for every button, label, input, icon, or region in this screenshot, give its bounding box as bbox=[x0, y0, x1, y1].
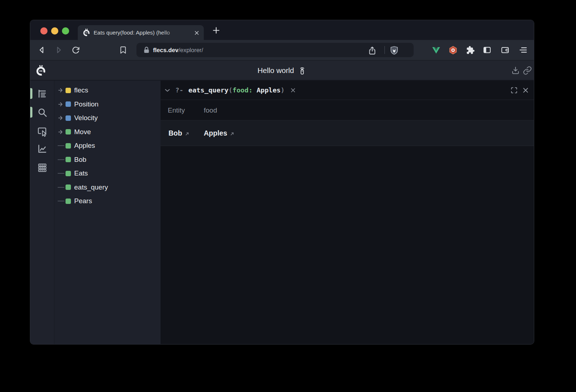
column-header-food: food bbox=[204, 100, 217, 120]
app-title-group: Hello world bbox=[30, 60, 534, 81]
tree-item-eats_query[interactable]: eats_query bbox=[54, 181, 161, 195]
expand-arrow-icon[interactable] bbox=[58, 86, 65, 95]
tab-close-icon[interactable] bbox=[192, 28, 201, 37]
icon-sidebar bbox=[30, 81, 54, 345]
tree-view-icon[interactable] bbox=[37, 88, 48, 99]
entity-color-square bbox=[66, 101, 71, 107]
active-indicator-pill bbox=[30, 107, 32, 118]
close-panel-icon[interactable] bbox=[522, 86, 530, 94]
app-header: Hello world bbox=[30, 60, 534, 80]
entity-color-square bbox=[66, 184, 71, 190]
entity-color-square bbox=[66, 115, 71, 121]
leaf-connector bbox=[58, 141, 65, 150]
lock-icon[interactable] bbox=[142, 46, 151, 54]
entity-link[interactable]: Bob bbox=[168, 120, 190, 146]
tree-item-Position[interactable]: Position bbox=[54, 97, 161, 111]
leaf-connector bbox=[58, 169, 65, 178]
active-indicator-pill bbox=[30, 88, 32, 99]
forward-button[interactable] bbox=[54, 45, 64, 55]
tree-item-Velocity[interactable]: Velocity bbox=[54, 111, 161, 125]
menu-hamburger-icon[interactable] bbox=[518, 45, 528, 55]
minimize-window-button[interactable] bbox=[51, 27, 58, 35]
tree-item-label: Bob bbox=[74, 156, 86, 164]
query-clear-icon[interactable] bbox=[289, 87, 297, 94]
tree-item-Eats[interactable]: Eats bbox=[54, 167, 161, 181]
entity-color-square bbox=[66, 143, 71, 149]
reload-button[interactable] bbox=[71, 45, 81, 55]
hexagon-extension-icon[interactable] bbox=[448, 45, 458, 55]
app-content: flecsPositionVelocityMoveApplesBobEatsea… bbox=[30, 81, 534, 345]
new-tab-button[interactable] bbox=[211, 25, 221, 36]
expand-arrow-icon[interactable] bbox=[58, 100, 65, 109]
close-window-button[interactable] bbox=[40, 27, 48, 35]
vue-devtools-extension-icon[interactable] bbox=[431, 45, 441, 55]
fullscreen-icon[interactable] bbox=[510, 86, 518, 94]
browser-tab[interactable]: Eats query(food: Apples) (hello bbox=[78, 25, 204, 40]
tree-item-label: Move bbox=[74, 128, 91, 136]
external-link-icon bbox=[185, 131, 190, 136]
search-icon[interactable] bbox=[37, 107, 48, 118]
leaf-connector bbox=[58, 155, 65, 164]
tree-item-Pears[interactable]: Pears bbox=[54, 194, 161, 208]
entity-color-square bbox=[66, 88, 71, 93]
tree-item-label: eats_query bbox=[74, 183, 108, 191]
tree-item-flecs[interactable]: flecs bbox=[54, 83, 161, 97]
browser-toolbar: flecs.dev/explorer/ bbox=[30, 40, 534, 60]
remote-connection-icon[interactable] bbox=[298, 66, 307, 75]
back-button[interactable] bbox=[37, 45, 47, 55]
extensions-puzzle-icon[interactable] bbox=[465, 45, 475, 55]
urlbar-divider bbox=[384, 46, 385, 54]
wallet-icon[interactable] bbox=[500, 45, 510, 55]
tab-title: Eats query(food: Apples) (hello bbox=[94, 25, 189, 40]
entity-tree: flecsPositionVelocityMoveApplesBobEatsea… bbox=[54, 81, 161, 345]
table-row: Bob Apples bbox=[161, 120, 534, 146]
result-table-header: Entity food bbox=[161, 100, 534, 120]
chevron-down-icon[interactable] bbox=[163, 86, 171, 94]
tree-item-Move[interactable]: Move bbox=[54, 125, 161, 139]
stats-chart-icon[interactable] bbox=[37, 143, 48, 154]
query-header: ?- eats_query(food: Apples) bbox=[161, 81, 534, 100]
copy-link-icon[interactable] bbox=[523, 66, 532, 75]
leaf-connector bbox=[58, 183, 65, 192]
tree-item-label: Eats bbox=[74, 169, 88, 177]
brave-shield-icon[interactable] bbox=[389, 45, 399, 55]
leaf-connector bbox=[58, 197, 65, 205]
data-rows-icon[interactable] bbox=[37, 162, 48, 173]
url-domain: flecs.dev bbox=[153, 47, 179, 53]
browser-window: Eats query(food: Apples) (hello bbox=[30, 20, 534, 345]
expand-arrow-icon[interactable] bbox=[58, 114, 65, 122]
share-icon[interactable] bbox=[367, 46, 377, 56]
sidebar-toggle-icon[interactable] bbox=[482, 45, 492, 55]
url-path: /explorer/ bbox=[179, 47, 203, 53]
tree-item-label: Apples bbox=[74, 142, 95, 150]
bookmark-icon[interactable] bbox=[118, 45, 128, 55]
query-expression: eats_query(food: Apples) bbox=[188, 86, 284, 94]
tree-item-label: flecs bbox=[74, 86, 88, 94]
download-icon[interactable] bbox=[511, 66, 520, 75]
column-header-entity: Entity bbox=[168, 100, 185, 120]
entity-color-square bbox=[66, 199, 71, 204]
query-panel: ?- eats_query(food: Apples) bbox=[161, 81, 534, 345]
inspect-cursor-icon[interactable] bbox=[37, 126, 48, 137]
zoom-window-button[interactable] bbox=[62, 27, 69, 35]
tree-item-Apples[interactable]: Apples bbox=[54, 139, 161, 153]
food-link[interactable]: Apples bbox=[204, 120, 235, 146]
query-prompt: ?- bbox=[175, 86, 183, 94]
flecs-favicon-icon bbox=[82, 28, 90, 36]
tree-item-Bob[interactable]: Bob bbox=[54, 153, 161, 167]
tab-bar: Eats query(food: Apples) (hello bbox=[30, 20, 534, 40]
page-title: Hello world bbox=[257, 66, 294, 75]
entity-color-square bbox=[66, 157, 71, 162]
tree-item-label: Position bbox=[74, 100, 99, 108]
tree-item-label: Pears bbox=[74, 197, 92, 205]
url-bar[interactable]: flecs.dev/explorer/ bbox=[136, 43, 414, 57]
external-link-icon bbox=[230, 131, 235, 136]
expand-arrow-icon[interactable] bbox=[58, 128, 65, 136]
entity-color-square bbox=[66, 129, 71, 135]
tree-item-label: Velocity bbox=[74, 114, 98, 122]
url-text: flecs.dev/explorer/ bbox=[153, 43, 203, 57]
entity-color-square bbox=[66, 171, 71, 176]
